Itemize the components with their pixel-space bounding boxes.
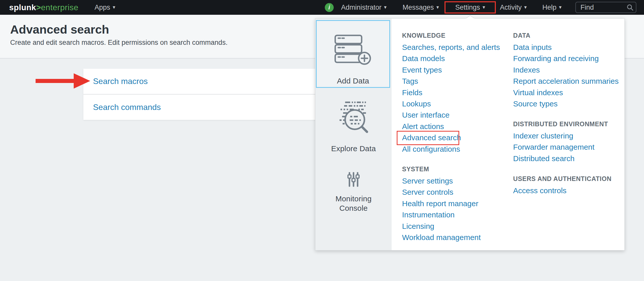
menu-link-access-controls[interactable]: Access controls bbox=[513, 185, 625, 196]
red-highlight-settings: Settings bbox=[444, 1, 496, 13]
logo-chevron: > bbox=[36, 3, 41, 12]
menu-link-data-inputs[interactable]: Data inputs bbox=[513, 42, 625, 53]
menu-link-virtual-indexes[interactable]: Virtual indexes bbox=[513, 87, 625, 98]
tile-explore-data[interactable]: Explore Data bbox=[315, 95, 392, 153]
section-distributed-environment: DISTRIBUTED ENVIRONMENT Indexer clusteri… bbox=[513, 120, 625, 164]
logo-enterprise-text: enterprise bbox=[41, 3, 78, 12]
section-data: DATA Data inputs Forwarding and receivin… bbox=[513, 32, 625, 109]
explore-data-icon bbox=[339, 101, 369, 133]
menu-link-forwarding-receiving[interactable]: Forwarding and receiving bbox=[513, 53, 625, 64]
splunk-enterprise-logo[interactable]: splunk>enterprise bbox=[9, 0, 79, 15]
topbar: splunk>enterprise Apps i Administrator M… bbox=[0, 0, 644, 15]
database-add-icon bbox=[334, 34, 372, 65]
find-search-box bbox=[575, 2, 636, 13]
tile-label: Add Data bbox=[337, 77, 369, 85]
tile-monitoring-console[interactable]: Monitoring Console bbox=[315, 166, 392, 213]
menu-link-searches-reports-alerts[interactable]: Searches, reports, and alerts bbox=[402, 42, 511, 53]
section-title: DISTRIBUTED ENVIRONMENT bbox=[513, 120, 625, 128]
red-annotation-arrow bbox=[36, 73, 90, 89]
tile-add-data[interactable]: Add Data bbox=[316, 20, 390, 88]
menu-link-event-types[interactable]: Event types bbox=[402, 64, 511, 76]
topbar-activity-menu[interactable]: Activity bbox=[500, 0, 527, 15]
topbar-apps-menu[interactable]: Apps bbox=[95, 0, 115, 15]
section-users-authentication: USERS AND AUTHENTICATION Access controls bbox=[513, 175, 625, 196]
menu-link-server-controls[interactable]: Server controls bbox=[402, 187, 511, 198]
topbar-settings-menu[interactable]: Settings bbox=[446, 2, 495, 12]
section-title: SYSTEM bbox=[402, 165, 511, 173]
menu-link-lookups[interactable]: Lookups bbox=[402, 98, 511, 109]
menu-link-source-types[interactable]: Source types bbox=[513, 98, 625, 109]
menu-link-data-models[interactable]: Data models bbox=[402, 53, 511, 64]
dropdown-pointer-notch bbox=[465, 15, 475, 19]
menu-link-tags[interactable]: Tags bbox=[402, 76, 511, 87]
settings-tile-column: Add Data Explore Data bbox=[315, 19, 392, 250]
menu-link-health-report-manager[interactable]: Health report manager bbox=[402, 198, 511, 209]
section-title: USERS AND AUTHENTICATION bbox=[513, 175, 625, 182]
menu-link-forwarder-management[interactable]: Forwarder management bbox=[513, 142, 625, 153]
monitoring-console-icon bbox=[347, 172, 360, 187]
menu-link-indexer-clustering[interactable]: Indexer clustering bbox=[513, 130, 625, 142]
section-system: SYSTEM Server settings Server controls H… bbox=[402, 165, 511, 243]
menu-link-workload-management[interactable]: Workload management bbox=[402, 232, 511, 243]
topbar-messages-menu[interactable]: Messages bbox=[403, 0, 439, 15]
tile-label: Monitoring Console bbox=[326, 194, 381, 213]
menu-link-report-acceleration-summaries[interactable]: Report acceleration summaries bbox=[513, 76, 625, 87]
settings-menu-column-2: DATA Data inputs Forwarding and receivin… bbox=[513, 19, 625, 250]
menu-link-instrumentation[interactable]: Instrumentation bbox=[402, 209, 511, 220]
menu-link-distributed-search[interactable]: Distributed search bbox=[513, 153, 625, 164]
menu-link-fields[interactable]: Fields bbox=[402, 87, 511, 98]
section-title: DATA bbox=[513, 32, 625, 39]
menu-link-indexes[interactable]: Indexes bbox=[513, 64, 625, 76]
section-title: KNOWLEDGE bbox=[402, 32, 511, 39]
logo-splunk-text: splunk bbox=[9, 3, 36, 12]
menu-link-alert-actions[interactable]: Alert actions bbox=[402, 121, 511, 132]
menu-link-user-interface[interactable]: User interface bbox=[402, 109, 511, 121]
menu-link-licensing[interactable]: Licensing bbox=[402, 221, 511, 232]
red-highlight-advanced-search bbox=[397, 131, 459, 145]
menu-link-server-settings[interactable]: Server settings bbox=[402, 175, 511, 187]
info-badge-icon[interactable]: i bbox=[325, 3, 334, 12]
splunk-advanced-search-screen: Advanced search Create and edit search m… bbox=[0, 0, 644, 281]
tile-label: Explore Data bbox=[331, 144, 376, 153]
page-title: Advanced search bbox=[10, 22, 109, 36]
topbar-help-menu[interactable]: Help bbox=[542, 0, 562, 15]
page-subtitle: Create and edit search macros. Edit perm… bbox=[10, 39, 227, 47]
search-icon[interactable] bbox=[627, 4, 633, 11]
settings-dropdown-panel: Add Data Explore Data bbox=[315, 18, 625, 250]
menu-link-all-configurations[interactable]: All configurations bbox=[402, 144, 511, 155]
topbar-administrator-menu[interactable]: Administrator bbox=[341, 0, 387, 15]
